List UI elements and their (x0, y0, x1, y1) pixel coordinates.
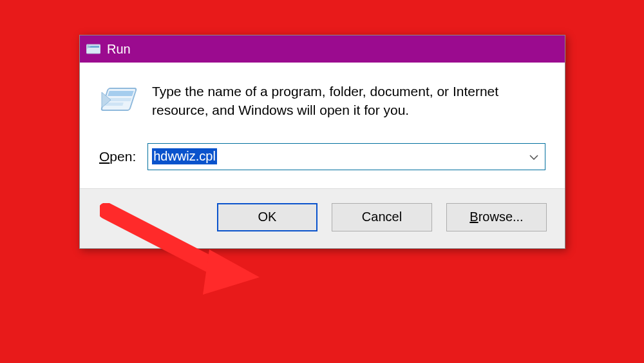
open-combobox-value: hdwwiz.cpl (152, 148, 217, 164)
run-dialog: Run Type the name of a program, folder, … (79, 35, 565, 249)
button-bar: OK Cancel Browse... (80, 188, 565, 248)
open-label: Open: (99, 149, 136, 164)
run-program-icon (99, 84, 138, 118)
run-titlebar-icon (86, 43, 100, 55)
dialog-body: Type the name of a program, folder, docu… (80, 63, 565, 188)
titlebar-title: Run (107, 42, 131, 57)
svg-rect-3 (108, 91, 134, 96)
cancel-button[interactable]: Cancel (332, 203, 432, 231)
instruction-text: Type the name of a program, folder, docu… (152, 82, 526, 120)
ok-button[interactable]: OK (217, 203, 317, 231)
browse-button[interactable]: Browse... (446, 203, 547, 231)
chevron-down-icon[interactable] (529, 152, 538, 162)
titlebar[interactable]: Run (80, 35, 565, 63)
open-combobox[interactable]: hdwwiz.cpl (147, 143, 545, 170)
